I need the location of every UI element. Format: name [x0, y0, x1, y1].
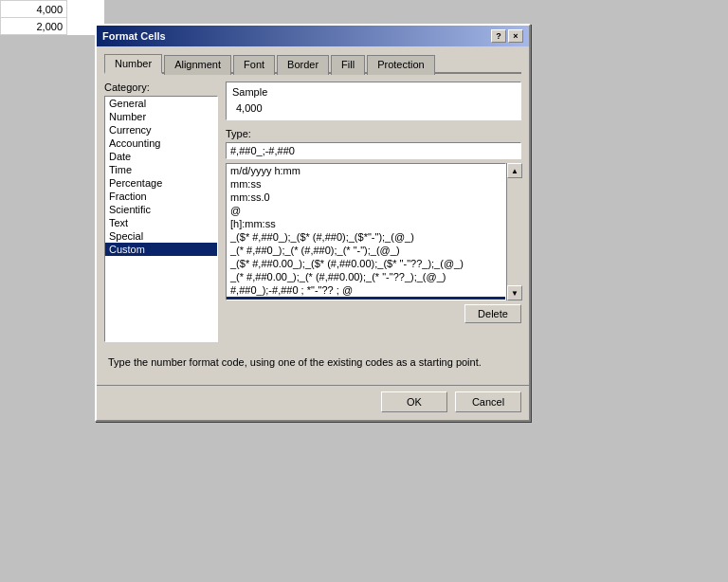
format-item-1[interactable]: mm:ss [227, 177, 505, 191]
tab-number[interactable]: Number [104, 54, 162, 74]
type-label: Type: [226, 128, 521, 139]
format-item-7[interactable]: _($* #,##0.00_);_($* (#,##0.00);_($* "-"… [227, 257, 505, 270]
scroll-up-btn[interactable]: ▲ [507, 163, 522, 178]
hint-text: Type the number format code, using one o… [104, 352, 521, 373]
delete-button[interactable]: Delete [464, 304, 521, 323]
category-label: Category: [104, 82, 218, 93]
format-list-wrapper: m/d/yyyy h:mm mm:ss mm:ss.0 @ [h]:mm:ss … [226, 163, 521, 300]
category-percentage[interactable]: Percentage [105, 176, 217, 190]
delete-btn-row: Delete [226, 304, 521, 323]
type-input[interactable] [226, 142, 521, 159]
dialog-footer: OK Cancel [97, 385, 529, 420]
cancel-button[interactable]: Cancel [455, 391, 521, 412]
dialog-title: Format Cells [102, 30, 166, 42]
category-currency[interactable]: Currency [105, 123, 217, 136]
format-item-5[interactable]: _($* #,##0_);_($* (#,##0);_($*"-");_(@_) [227, 230, 505, 244]
format-listbox[interactable]: m/d/yyyy h:mm mm:ss mm:ss.0 @ [h]:mm:ss … [226, 163, 506, 300]
category-general[interactable]: General [105, 97, 217, 110]
ok-button[interactable]: OK [381, 391, 447, 412]
tab-font[interactable]: Font [233, 55, 275, 75]
category-fraction[interactable]: Fraction [105, 190, 217, 203]
dialog-title-bar: Format Cells ? × [97, 26, 529, 46]
format-item-4[interactable]: [h]:mm:ss [227, 217, 505, 230]
format-item-6[interactable]: _(* #,##0_);_(* (#,##0);_(* "-");_(@_) [227, 244, 505, 257]
format-item-3[interactable]: @ [227, 204, 505, 217]
format-item-9[interactable]: #,##0_);-#,##0 ; *"-"?? ; @ [227, 283, 505, 297]
category-scientific[interactable]: Scientific [105, 203, 217, 216]
format-listbox-scrollbar[interactable]: ▲ ▼ [506, 163, 521, 300]
dialog-body: Number Alignment Font Border Fill Protec… [97, 46, 529, 381]
format-item-0[interactable]: m/d/yyyy h:mm [227, 164, 505, 177]
scroll-track [507, 178, 521, 285]
category-date[interactable]: Date [105, 150, 217, 163]
main-area: Category: General Number Currency Accoun… [104, 82, 521, 342]
format-item-8[interactable]: _(* #,##0.00_);_(* (#,##0.00);_(* "-"??_… [227, 270, 505, 283]
help-button[interactable]: ? [491, 29, 506, 43]
tab-fill[interactable]: Fill [331, 55, 365, 75]
sample-label: Sample [232, 86, 515, 98]
format-item-2[interactable]: mm:ss.0 [227, 191, 505, 204]
tab-bar: Number Alignment Font Border Fill Protec… [104, 52, 521, 74]
tab-alignment[interactable]: Alignment [164, 55, 231, 75]
cell-4000: 4,000 [1, 1, 67, 18]
tab-border[interactable]: Border [277, 55, 329, 75]
format-cells-dialog: Format Cells ? × Number Alignment Font B… [95, 24, 531, 422]
category-accounting[interactable]: Accounting [105, 136, 217, 150]
cell-2000: 2,000 [1, 18, 67, 35]
tab-protection[interactable]: Protection [367, 55, 435, 75]
category-custom[interactable]: Custom [105, 243, 217, 256]
format-item-10[interactable]: #,##0_;-#,##0 [227, 297, 505, 300]
category-listbox[interactable]: General Number Currency Accounting Date … [104, 96, 218, 342]
category-text[interactable]: Text [105, 216, 217, 229]
close-button[interactable]: × [508, 29, 523, 43]
category-special[interactable]: Special [105, 229, 217, 243]
category-time[interactable]: Time [105, 163, 217, 176]
category-number[interactable]: Number [105, 110, 217, 123]
scroll-down-btn[interactable]: ▼ [507, 285, 522, 300]
title-bar-buttons: ? × [491, 29, 523, 43]
right-panel: Sample 4,000 Type: m/d/yyyy h:mm mm:ss m… [226, 82, 521, 342]
sample-box: Sample 4,000 [226, 82, 521, 120]
sample-value: 4,000 [232, 100, 515, 116]
category-panel: Category: General Number Currency Accoun… [104, 82, 218, 342]
